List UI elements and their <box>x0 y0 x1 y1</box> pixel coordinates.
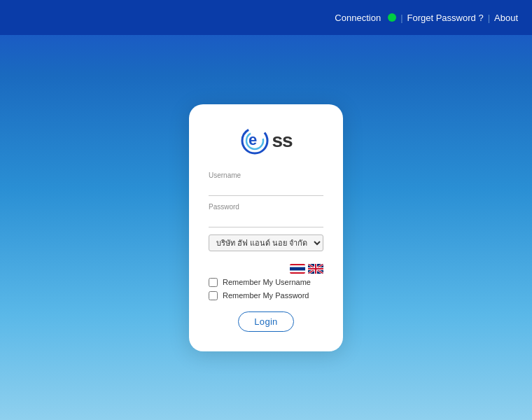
logo-container: e ss <box>239 125 292 156</box>
flag-row <box>209 264 323 274</box>
svg-rect-8 <box>290 267 305 270</box>
logo-ss-text: ss <box>272 130 292 152</box>
password-group: Password <box>209 203 323 227</box>
about-link[interactable]: About <box>494 13 518 23</box>
login-card: e ss Username Password บริษัท ฮัฟ แอนด์ … <box>189 104 343 351</box>
svg-rect-6 <box>290 265 305 267</box>
top-nav: Connection | Forget Password ? | About <box>335 13 518 23</box>
remember-username-label: Remember My Username <box>223 278 311 286</box>
remember-username-row: Remember My Username <box>209 278 323 287</box>
username-label: Username <box>209 172 323 179</box>
svg-rect-5 <box>290 272 305 273</box>
connection-status-dot <box>388 13 396 22</box>
svg-rect-17 <box>308 268 323 270</box>
forget-password-link[interactable]: Forget Password ? <box>407 13 484 23</box>
separator-2: | <box>488 13 490 23</box>
svg-rect-4 <box>290 264 305 265</box>
thai-flag-button[interactable] <box>290 264 305 274</box>
ess-logo-icon: e <box>239 125 270 156</box>
password-input[interactable] <box>209 212 323 227</box>
svg-rect-7 <box>290 270 305 272</box>
svg-text:e: e <box>248 131 257 148</box>
remember-username-checkbox[interactable] <box>209 278 218 287</box>
password-label: Password <box>209 203 323 211</box>
company-group: บริษัท ฮัฟ แอนด์ นอย จำกัด <box>209 234 323 251</box>
top-bar: Connection | Forget Password ? | About <box>0 0 532 35</box>
remember-password-row: Remember My Password <box>209 291 323 300</box>
english-flag-button[interactable] <box>308 264 323 274</box>
login-button[interactable]: Login <box>238 312 294 332</box>
remember-password-checkbox[interactable] <box>209 291 218 300</box>
username-input[interactable] <box>209 181 323 196</box>
connection-link[interactable]: Connection <box>335 13 381 23</box>
separator-1: | <box>400 13 402 23</box>
remember-password-label: Remember My Password <box>223 291 309 300</box>
username-group: Username <box>209 172 323 196</box>
main-content: e ss Username Password บริษัท ฮัฟ แอนด์ … <box>0 35 532 420</box>
company-select[interactable]: บริษัท ฮัฟ แอนด์ นอย จำกัด <box>209 234 323 251</box>
